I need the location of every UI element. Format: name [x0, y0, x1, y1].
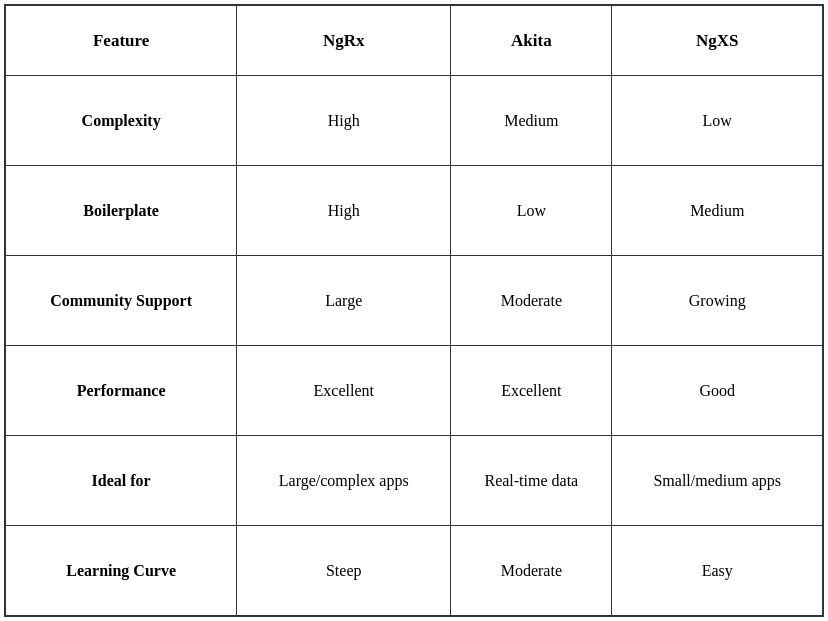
cell-feature: Performance: [6, 346, 237, 436]
cell-feature: Boilerplate: [6, 166, 237, 256]
cell-value: Moderate: [451, 256, 612, 346]
cell-value: Low: [612, 76, 823, 166]
table-row: ComplexityHighMediumLow: [6, 76, 823, 166]
cell-value: Steep: [237, 526, 451, 616]
header-ngrx: NgRx: [237, 6, 451, 76]
table-row: Community SupportLargeModerateGrowing: [6, 256, 823, 346]
cell-value: Large: [237, 256, 451, 346]
header-akita: Akita: [451, 6, 612, 76]
comparison-table-wrapper: Feature NgRx Akita NgXS ComplexityHighMe…: [4, 4, 824, 617]
header-ngxs: NgXS: [612, 6, 823, 76]
cell-value: Good: [612, 346, 823, 436]
cell-value: Small/medium apps: [612, 436, 823, 526]
cell-value: High: [237, 166, 451, 256]
cell-feature: Community Support: [6, 256, 237, 346]
comparison-table: Feature NgRx Akita NgXS ComplexityHighMe…: [5, 5, 823, 616]
table-row: Ideal forLarge/complex appsReal-time dat…: [6, 436, 823, 526]
cell-value: Easy: [612, 526, 823, 616]
cell-value: High: [237, 76, 451, 166]
cell-value: Low: [451, 166, 612, 256]
cell-value: Large/complex apps: [237, 436, 451, 526]
cell-value: Excellent: [237, 346, 451, 436]
cell-value: Excellent: [451, 346, 612, 436]
table-row: PerformanceExcellentExcellentGood: [6, 346, 823, 436]
cell-value: Growing: [612, 256, 823, 346]
cell-feature: Learning Curve: [6, 526, 237, 616]
cell-value: Medium: [451, 76, 612, 166]
cell-value: Moderate: [451, 526, 612, 616]
cell-value: Medium: [612, 166, 823, 256]
header-row: Feature NgRx Akita NgXS: [6, 6, 823, 76]
table-row: Learning CurveSteepModerateEasy: [6, 526, 823, 616]
cell-feature: Ideal for: [6, 436, 237, 526]
table-row: BoilerplateHighLowMedium: [6, 166, 823, 256]
cell-value: Real-time data: [451, 436, 612, 526]
header-feature: Feature: [6, 6, 237, 76]
cell-feature: Complexity: [6, 76, 237, 166]
